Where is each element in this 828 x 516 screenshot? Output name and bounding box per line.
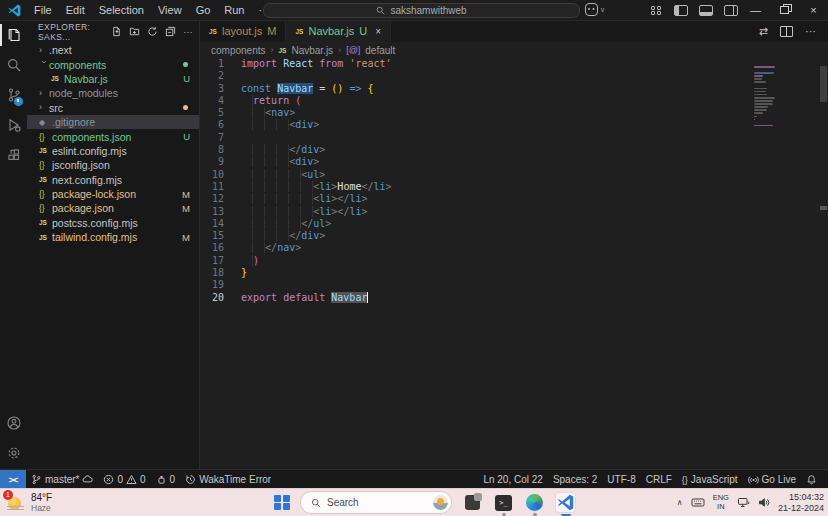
status-problems[interactable]: 00 — [98, 470, 150, 489]
menu-view[interactable]: View — [151, 0, 189, 20]
code-line-20[interactable]: export default Navbar — [241, 292, 392, 304]
collapse-all-icon[interactable] — [165, 26, 176, 37]
tree-item-Navbar.js[interactable]: JSNavbar.jsU — [27, 72, 199, 86]
restore-button[interactable] — [770, 0, 799, 20]
refresh-icon[interactable] — [147, 26, 158, 37]
code-editor[interactable]: 1234567891011121314151617181920 import R… — [200, 56, 828, 470]
code-line-4[interactable]: return ( — [241, 95, 392, 107]
tree-item-tailwind.config.mjs[interactable]: JStailwind.config.mjsM — [27, 230, 199, 244]
tree-item-postcss.config.mjs[interactable]: JSpostcss.config.mjs — [27, 216, 199, 230]
code-line-15[interactable]: </div> — [241, 230, 392, 242]
status-cursor-position[interactable]: Ln 20, Col 22 — [478, 470, 548, 489]
minimap[interactable] — [754, 66, 776, 128]
tree-item-package-lock.json[interactable]: {}package-lock.jsonM — [27, 187, 199, 201]
customize-layout-icon[interactable] — [651, 6, 663, 15]
code-line-8[interactable]: </div> — [241, 144, 392, 156]
code-line-6[interactable]: <div> — [241, 119, 392, 131]
tree-item-components.json[interactable]: {}components.jsonU — [27, 129, 199, 143]
code-line-14[interactable]: </ul> — [241, 218, 392, 230]
status-remote[interactable]: >< — [0, 470, 26, 489]
command-center-search[interactable]: sakshamwithweb — [263, 3, 580, 18]
status-language[interactable]: {}JavaScript — [677, 470, 743, 489]
status-notifications[interactable] — [801, 470, 822, 489]
start-button[interactable] — [274, 495, 290, 511]
keyboard-icon[interactable] — [691, 497, 705, 508]
code-line-17[interactable]: ) — [241, 255, 392, 267]
status-encoding[interactable]: UTF-8 — [602, 470, 640, 489]
menu-edit[interactable]: Edit — [59, 0, 92, 20]
search-sidebar-icon[interactable] — [0, 50, 27, 80]
status-wakatime[interactable]: WakaTime Error — [180, 470, 276, 489]
code-line-5[interactable]: <nav> — [241, 107, 392, 119]
code-line-3[interactable]: const Navbar = () => { — [241, 83, 392, 95]
new-file-icon[interactable] — [111, 26, 122, 37]
tree-item-package.json[interactable]: {}package.jsonM — [27, 201, 199, 215]
code-line-19[interactable] — [241, 279, 392, 291]
split-editor-icon[interactable] — [780, 26, 793, 37]
volume-icon[interactable] — [758, 497, 770, 508]
terminal-icon[interactable]: >_ — [493, 492, 514, 513]
code-line-1[interactable]: import React from 'react' — [241, 58, 392, 70]
code-line-11[interactable]: <li>Home</li> — [241, 181, 392, 193]
status-git-branch[interactable]: master* — [26, 470, 98, 489]
tree-item-src[interactable]: ›src — [27, 101, 199, 115]
editor-scrollbar[interactable] — [820, 66, 827, 102]
clock[interactable]: 15:04:32 21-12-2024 — [778, 492, 824, 513]
vscode-taskbar-icon[interactable] — [555, 492, 576, 513]
code-line-12[interactable]: <li></li> — [241, 193, 392, 205]
status-eol[interactable]: CRLF — [641, 470, 677, 489]
code-line-2[interactable] — [241, 70, 392, 82]
compare-changes-icon[interactable]: ⇄ — [759, 25, 768, 38]
account-icon[interactable] — [0, 408, 27, 438]
code-line-7[interactable] — [241, 132, 392, 144]
edge-icon[interactable] — [524, 492, 545, 513]
breadcrumb-item-Navbar.js[interactable]: Navbar.js — [291, 45, 333, 56]
more-actions-icon[interactable]: ··· — [183, 27, 193, 37]
toggle-panel-icon[interactable] — [699, 5, 713, 16]
breadcrumb-item-default[interactable]: default — [365, 45, 395, 56]
copilot-icon[interactable]: ∨ — [585, 3, 605, 16]
tree-item-node_modules[interactable]: ›node_modules — [27, 86, 199, 100]
tab-Navbar.js[interactable]: JSNavbar.jsU× — [286, 20, 391, 42]
status-indentation[interactable]: Spaces: 2 — [548, 470, 602, 489]
settings-gear-icon[interactable] — [0, 438, 27, 468]
new-folder-icon[interactable] — [129, 26, 140, 37]
tray-chevron-up-icon[interactable]: ∧ — [677, 498, 683, 507]
menu-selection[interactable]: Selection — [92, 0, 151, 20]
close-button[interactable]: × — [799, 0, 828, 20]
editor-more-actions-icon[interactable]: ··· — [805, 25, 816, 37]
language-indicator[interactable]: ENGIN — [713, 494, 729, 511]
explorer-icon[interactable] — [0, 20, 27, 50]
menu-file[interactable]: File — [27, 0, 59, 20]
run-debug-icon[interactable] — [0, 110, 27, 140]
tree-item-jsconfig.json[interactable]: {}jsconfig.json — [27, 158, 199, 172]
tab-layout.js[interactable]: JSlayout.jsM — [200, 20, 286, 42]
taskbar-search[interactable]: Search — [300, 491, 452, 514]
tree-item-components[interactable]: ›components — [27, 57, 199, 71]
minimize-button[interactable]: — — [741, 0, 770, 20]
tree-item-.gitignore[interactable]: ◆.gitignore — [27, 115, 199, 129]
menu-go[interactable]: Go — [189, 0, 218, 20]
toggle-secondary-sidebar-icon[interactable] — [724, 5, 738, 16]
menu-run[interactable]: Run — [217, 0, 251, 20]
source-control-icon[interactable] — [0, 80, 27, 110]
close-tab-icon[interactable]: × — [375, 26, 381, 37]
extensions-icon[interactable] — [0, 140, 27, 170]
network-icon[interactable] — [737, 497, 750, 508]
code-line-18[interactable]: } — [241, 267, 392, 279]
code-line-10[interactable]: <ul> — [241, 169, 392, 181]
breadcrumb-item-components[interactable]: components — [211, 45, 265, 56]
tree-item-label: Navbar.js — [64, 73, 108, 85]
tree-item-label: package.json — [52, 202, 114, 214]
code-line-13[interactable]: <li></li> — [241, 206, 392, 218]
toggle-sidebar-icon[interactable] — [674, 5, 688, 16]
code-line-16[interactable]: </nav> — [241, 242, 392, 254]
code-line-9[interactable]: <div> — [241, 156, 392, 168]
status-ports[interactable]: 0 — [151, 470, 181, 489]
weather-widget[interactable]: 1 84°F Haze — [7, 492, 52, 513]
tree-item-next.config.mjs[interactable]: JSnext.config.mjs — [27, 173, 199, 187]
tree-item-eslint.config.mjs[interactable]: JSeslint.config.mjs — [27, 144, 199, 158]
status-go-live[interactable]: Go Live — [743, 470, 801, 489]
tree-item-.next[interactable]: ›.next — [27, 43, 199, 57]
app-window-icon[interactable] — [462, 492, 483, 513]
